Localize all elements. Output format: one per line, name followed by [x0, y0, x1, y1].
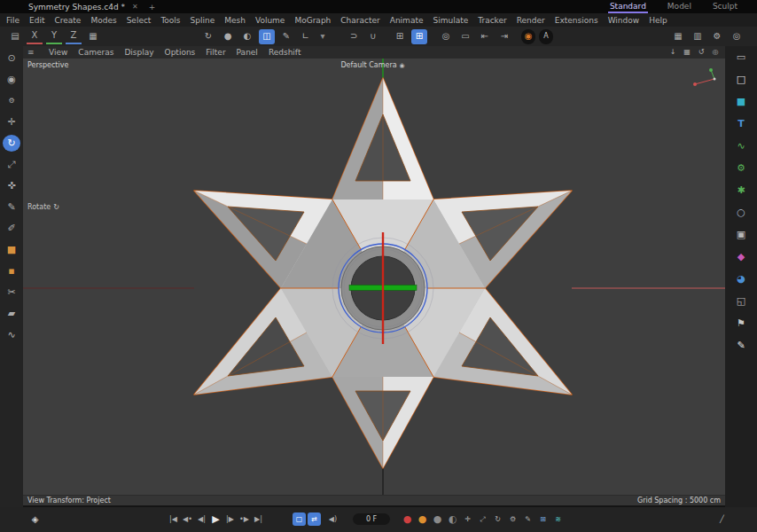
playback-loop-button[interactable]: ▢ — [293, 512, 306, 526]
play-button[interactable]: ▶ — [209, 512, 222, 526]
rotate-view-icon[interactable]: ↻ — [200, 29, 216, 44]
scale-tool-icon[interactable]: ⤢ — [3, 156, 20, 173]
sound-icon[interactable]: ◀) — [326, 512, 339, 526]
grid-toggle-icon[interactable]: ▦ — [682, 47, 692, 58]
material-swatch-small-icon[interactable]: ▪ — [3, 262, 20, 279]
view-label[interactable]: Perspective — [27, 61, 68, 69]
viewport-menu-item[interactable]: Panel — [237, 48, 258, 57]
menu-item[interactable]: Render — [517, 16, 545, 25]
previous-frame-button[interactable]: ◀| — [195, 512, 208, 526]
next-frame-button[interactable]: |▶ — [223, 512, 237, 526]
interactive-render-icon[interactable]: ◎ — [729, 29, 745, 44]
layout-tab[interactable]: Model — [666, 0, 693, 13]
menu-item[interactable]: Edit — [29, 16, 44, 25]
camera-icon[interactable]: ▣ — [731, 227, 751, 242]
viewport-hamburger-icon[interactable]: ≡ — [27, 48, 38, 57]
menu-item[interactable]: MoGraph — [294, 16, 331, 25]
search-icon[interactable]: ⊙ — [3, 50, 20, 66]
workplane-mode-icon[interactable]: ▭ — [457, 29, 473, 44]
menu-item[interactable]: Tools — [160, 16, 180, 25]
axis-lock-x-button[interactable]: X — [27, 29, 43, 44]
autokey-button[interactable]: ● — [416, 512, 429, 526]
render-object-icon[interactable]: ◱ — [731, 293, 751, 309]
menu-item[interactable]: Create — [55, 16, 82, 25]
viewport-menu-item[interactable]: Display — [124, 48, 153, 57]
go-to-start-button[interactable]: |◀ — [167, 512, 180, 526]
quantize-left-icon[interactable]: ⇤ — [477, 29, 493, 44]
go-to-end-button[interactable]: ▶| — [252, 512, 265, 526]
axis-tool-icon[interactable]: ✜ — [3, 177, 20, 194]
reset-camera-icon[interactable]: ↺ — [696, 47, 706, 58]
record-position-icon[interactable]: ✛ — [461, 512, 474, 526]
knife-tool-icon[interactable]: ✂ — [3, 284, 20, 301]
menu-item[interactable]: Extensions — [555, 16, 598, 25]
hook-icon[interactable]: ⊃ — [346, 29, 362, 44]
menu-item[interactable]: Select — [127, 16, 152, 25]
close-tab-icon[interactable]: ✕ — [132, 3, 138, 11]
live-selection-icon[interactable]: ◉ — [3, 71, 20, 88]
menu-item[interactable]: Spline — [191, 16, 215, 25]
cube-outline-icon[interactable]: □ — [731, 72, 751, 87]
tablet-display-icon[interactable]: ▭ — [731, 50, 751, 65]
selection-settings-icon[interactable]: ⚙ — [3, 92, 20, 109]
spline-icon[interactable]: ○ — [731, 205, 751, 220]
symmetry-tool-icon[interactable]: ◫ — [259, 29, 275, 44]
flag-icon[interactable]: ⚑ — [731, 316, 751, 331]
primitive-cube-icon[interactable]: ■ — [731, 94, 751, 109]
axis-lock-z-button[interactable]: Z — [66, 29, 82, 44]
snap-grid-icon[interactable]: ⊞ — [411, 29, 427, 44]
menu-item[interactable]: Tracker — [478, 16, 506, 25]
quantize-right-icon[interactable]: ⇥ — [496, 29, 512, 44]
motext-icon[interactable]: T — [731, 116, 751, 131]
field-icon[interactable]: ✱ — [731, 183, 751, 198]
menu-item[interactable]: Help — [649, 16, 667, 25]
magnet-icon[interactable]: ∪ — [365, 29, 381, 44]
rotate-tool-icon[interactable]: ↻ — [3, 135, 20, 152]
viewport-layout-icon[interactable]: ▤ — [7, 29, 23, 44]
pen-tool-icon[interactable]: ✎ — [3, 199, 20, 215]
deformer-icon[interactable]: ∿ — [731, 138, 751, 153]
menu-item[interactable]: Animate — [390, 16, 424, 25]
viewport-canvas[interactable] — [23, 59, 725, 495]
menu-item[interactable]: Volume — [255, 16, 285, 25]
pen-tool-icon[interactable]: ✎ — [278, 29, 294, 44]
menu-item[interactable]: Window — [608, 16, 640, 25]
record-rotation-icon[interactable]: ↻ — [491, 512, 504, 526]
weight-mode-icon[interactable]: ≋ — [551, 512, 565, 526]
tool-preset-icon[interactable]: ▾ — [317, 29, 328, 44]
viewport-menu-item[interactable]: Filter — [206, 48, 225, 57]
previous-key-button[interactable]: ◀• — [181, 512, 194, 526]
half-sphere-tool-icon[interactable]: ◐ — [239, 29, 255, 44]
render-view-button[interactable]: ▦ — [670, 29, 686, 44]
viewport-menu-item[interactable]: View — [49, 48, 67, 57]
simulation-icon[interactable]: ◕ — [731, 271, 751, 286]
viewport-3d[interactable]: Perspective Default Camera ◉ Rotate ↻ — [23, 59, 725, 495]
corner-spline-icon[interactable]: ∟ — [298, 29, 314, 44]
render-settings-button[interactable]: ⚙ — [709, 29, 725, 44]
viewport-menu-item[interactable]: Cameras — [78, 48, 113, 57]
layout-tab[interactable]: Standard — [608, 0, 648, 13]
camera-label[interactable]: Default Camera ◉ — [340, 61, 404, 69]
keyframe-presets-button[interactable]: ◐ — [446, 512, 459, 526]
redshift-render-icon[interactable]: ◉ — [521, 29, 535, 44]
annotate-icon[interactable]: ✎ — [731, 338, 751, 353]
volume-icon[interactable]: ◆ — [731, 249, 751, 264]
generator-icon[interactable]: ⚙ — [731, 160, 751, 176]
record-parameter-icon[interactable]: ⚙ — [506, 512, 519, 526]
menu-item[interactable]: Modes — [90, 16, 116, 25]
render-region-icon[interactable]: A — [539, 29, 553, 44]
axis-center-icon[interactable]: ◎ — [438, 29, 454, 44]
render-picture-viewer-button[interactable]: ▥ — [690, 29, 706, 44]
record-scale-icon[interactable]: ⤢ — [476, 512, 489, 526]
next-key-button[interactable]: •▶ — [238, 512, 251, 526]
brush-tool-icon[interactable]: ✐ — [3, 220, 20, 237]
sphere-tool-icon[interactable]: ● — [220, 29, 236, 44]
eraser-tool-icon[interactable]: ▰ — [3, 305, 20, 322]
menu-item[interactable]: Simulate — [433, 16, 468, 25]
timeline-ramp-icon[interactable]: ╱ — [715, 512, 729, 526]
move-tool-icon[interactable]: ✛ — [3, 113, 20, 130]
tweak-tool-icon[interactable]: ∿ — [3, 326, 20, 343]
add-tab-icon[interactable]: + — [149, 3, 156, 12]
material-swatch-icon[interactable]: ■ — [3, 241, 20, 258]
pin-view-icon[interactable]: ↓ — [667, 47, 678, 58]
